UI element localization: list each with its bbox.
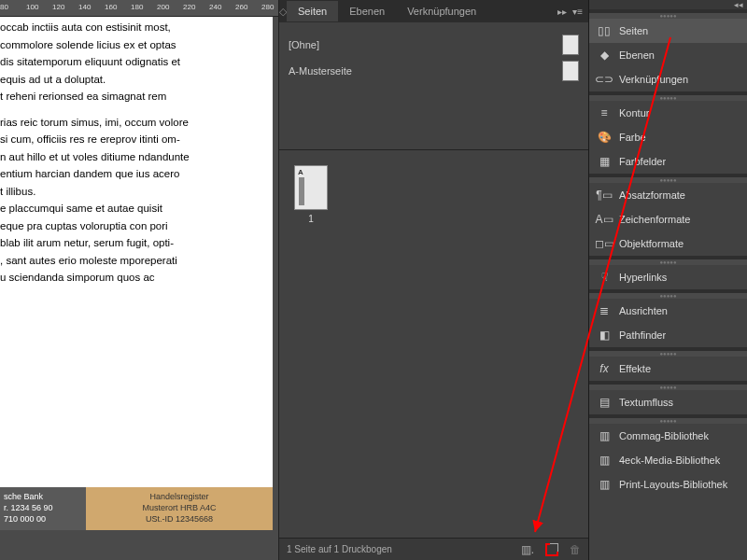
dock-item-label: Seiten bbox=[619, 25, 648, 36]
page-thumbnail[interactable]: A bbox=[294, 165, 328, 210]
document-area: 80100120140160180200220240260280 occab i… bbox=[0, 0, 278, 560]
master-thumb bbox=[562, 61, 579, 81]
body-text[interactable]: occab inctiis auta con estisinit most, bbox=[0, 21, 267, 35]
master-pages-section: [Ohne] A-Musterseite bbox=[279, 22, 588, 93]
dock-farbe[interactable]: 🎨Farbe bbox=[589, 125, 747, 149]
dock-objekt[interactable]: ◻▭Objektformate bbox=[589, 231, 747, 256]
dock-item-label: Ebenen bbox=[619, 49, 655, 61]
horizontal-ruler: 80100120140160180200220240260280 bbox=[0, 0, 278, 17]
dock-print[interactable]: ▥Print-Layouts-Bibliothek bbox=[589, 472, 747, 497]
lib-icon: ▥ bbox=[597, 453, 612, 468]
new-page-icon[interactable] bbox=[545, 543, 558, 556]
dock-item-label: Farbe bbox=[619, 132, 646, 143]
page-number-label: 1 bbox=[294, 214, 328, 224]
tab-verknüpfungen[interactable]: Verknüpfungen bbox=[396, 1, 487, 21]
pages-panel: ◇ SeitenEbenenVerknüpfungen ▸▸ ▾≡ [Ohne]… bbox=[278, 0, 588, 560]
body-text[interactable]: e placcumqui same et autae quisit bbox=[0, 202, 267, 217]
body-text[interactable]: n aut hillo et ut voles ditiume ndandunt… bbox=[0, 150, 267, 165]
color-icon: 🎨 bbox=[597, 130, 612, 145]
dock-item-label: Hyperlinks bbox=[619, 272, 667, 283]
links-icon: ⊂⊃ bbox=[597, 72, 612, 87]
dock-eff[interactable]: fxEffekte bbox=[589, 357, 747, 381]
dock-kontur[interactable]: ≡Kontur bbox=[589, 101, 747, 125]
right-dock: ◂◂ ●●●●●▯▯Seiten◆Ebenen⊂⊃Verknüpfungen●●… bbox=[588, 0, 747, 560]
dock-item-label: 4eck-Media-Bibliothek bbox=[619, 455, 720, 466]
dock-item-label: Verknüpfungen bbox=[619, 74, 688, 85]
body-text[interactable]: rias reic torum simus, imi, occum volore bbox=[0, 116, 267, 131]
dock-item-label: Textumfluss bbox=[619, 397, 673, 408]
body-text[interactable]: dis sitatemporum eliquunt odignatis et bbox=[0, 55, 267, 70]
body-text[interactable]: si cum, officiis res re ereprov itinti o… bbox=[0, 133, 267, 147]
char-icon: A▭ bbox=[597, 212, 612, 227]
dock-item-label: Effekte bbox=[619, 363, 651, 374]
master-thumb bbox=[562, 35, 579, 55]
dock-item-label: Print-Layouts-Bibliothek bbox=[619, 479, 727, 490]
dock-item-label: Kontur bbox=[619, 107, 649, 119]
dock-verkn[interactable]: ⊂⊃Verknüpfungen bbox=[589, 67, 747, 91]
panel-menu-icon[interactable]: ▾≡ bbox=[572, 7, 583, 17]
dock-hyper[interactable]: ☟Hyperlinks bbox=[589, 265, 747, 289]
tab-ebenen[interactable]: Ebenen bbox=[338, 1, 396, 21]
pathfinder-icon: ◧ bbox=[597, 328, 612, 343]
delete-page-icon[interactable]: 🗑 bbox=[570, 543, 581, 556]
panel-collapse-icon[interactable]: ▸▸ bbox=[557, 7, 567, 17]
dock-item-label: Zeichenformate bbox=[619, 214, 690, 225]
page-footer: sche Bankr. 1234 56 90710 000 00 Handels… bbox=[0, 487, 273, 530]
master-none[interactable]: [Ohne] bbox=[289, 32, 579, 58]
body-text[interactable]: u scienda­nda simporum quos ac bbox=[0, 271, 267, 286]
dock-zeichen[interactable]: A▭Zeichenformate bbox=[589, 207, 747, 231]
master-a[interactable]: A-Musterseite bbox=[289, 58, 579, 84]
body-text[interactable]: equis ad ut a doluptat. bbox=[0, 73, 267, 88]
dock-ebenen[interactable]: ◆Ebenen bbox=[589, 43, 747, 67]
dock-item-label: Objektformate bbox=[619, 238, 684, 249]
body-text[interactable]: blab ilit arum netur, serum fugit, opti- bbox=[0, 236, 267, 251]
body-text[interactable]: entium harcian dandem que ius acero bbox=[0, 167, 267, 182]
obj-icon: ◻▭ bbox=[597, 236, 612, 251]
lib-icon: ▥ bbox=[597, 428, 612, 443]
body-text[interactable]: eque pra cuptas voloruptia con pori bbox=[0, 219, 267, 234]
panel-tabs: ◇ SeitenEbenenVerknüpfungen ▸▸ ▾≡ bbox=[279, 0, 588, 22]
dock-4eck[interactable]: ▥4eck-Media-Bibliothek bbox=[589, 448, 747, 472]
panel-tab-cycle-icon[interactable]: ◇ bbox=[279, 6, 287, 18]
hyper-icon: ☟ bbox=[597, 270, 612, 285]
align-icon: ≣ bbox=[597, 303, 612, 318]
dock-item-label: Absatzformate bbox=[619, 189, 685, 201]
pages-icon: ▯▯ bbox=[597, 23, 612, 38]
dock-ausr[interactable]: ≣Ausrichten bbox=[589, 299, 747, 323]
dock-seiten[interactable]: ▯▯Seiten bbox=[589, 19, 747, 43]
body-text[interactable]: t illibus. bbox=[0, 185, 267, 200]
dock-txt[interactable]: ▤Textumfluss bbox=[589, 390, 747, 414]
fx-icon: fx bbox=[597, 361, 612, 376]
dock-item-label: Farbfelder bbox=[619, 156, 666, 167]
dock-path[interactable]: ◧Pathfinder bbox=[589, 323, 747, 347]
dock-item-label: Ausrichten bbox=[619, 305, 668, 316]
tab-seiten[interactable]: Seiten bbox=[287, 1, 338, 21]
body-text[interactable]: , sant autes erio moleste mporeperati bbox=[0, 254, 267, 269]
dock-commag[interactable]: ▥Commag-Bibliothek bbox=[589, 424, 747, 448]
swatch-icon: ▦ bbox=[597, 154, 612, 169]
dock-item-label: Commag-Bibliothek bbox=[619, 430, 709, 441]
wrap-icon: ▤ bbox=[597, 395, 612, 410]
para-icon: ¶▭ bbox=[597, 188, 612, 203]
dock-absatz[interactable]: ¶▭Absatzformate bbox=[589, 183, 747, 207]
document-page[interactable]: occab inctiis auta con estisinit most,co… bbox=[0, 17, 273, 530]
pages-section: A 1 bbox=[279, 150, 588, 239]
dock-farbfelder[interactable]: ▦Farbfelder bbox=[589, 149, 747, 174]
status-text: 1 Seite auf 1 Druckbogen bbox=[287, 544, 392, 554]
dock-collapse-icon[interactable]: ◂◂ bbox=[589, 0, 747, 9]
lib-icon: ▥ bbox=[597, 477, 612, 492]
layers-icon: ◆ bbox=[597, 48, 612, 63]
dock-item-label: Pathfinder bbox=[619, 329, 666, 341]
stroke-icon: ≡ bbox=[597, 105, 612, 120]
edit-page-icon[interactable]: ▥. bbox=[521, 543, 534, 556]
body-text[interactable]: commolore solende licius ex et optas bbox=[0, 38, 267, 53]
body-text[interactable]: t reheni rerionsed ea simagnat rem bbox=[0, 90, 267, 105]
panel-status-bar: 1 Seite auf 1 Druckbogen ▥. 🗑 bbox=[279, 538, 588, 560]
